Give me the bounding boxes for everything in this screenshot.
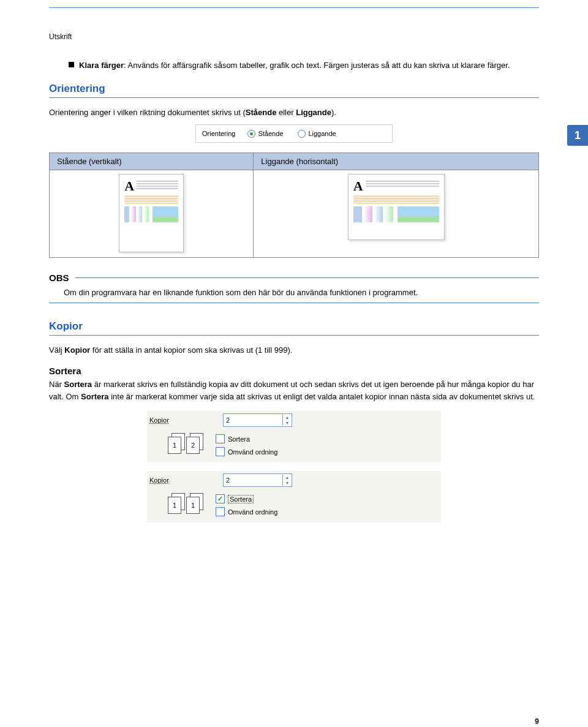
t: Liggande — [308, 130, 336, 137]
radio-option-staende[interactable]: Stående — [247, 130, 283, 138]
chevron-down-icon[interactable]: ▼ — [282, 480, 292, 486]
collate-preview-icon: 21 21 — [168, 494, 203, 516]
t: Stående — [246, 108, 277, 117]
spinner-value: 2 — [224, 416, 282, 424]
checkbox-sortera[interactable]: Sortera — [216, 494, 277, 503]
kopior-panel-collated: Kopior 2 ▲▼ 21 21 Sortera Omvänd ordning — [147, 471, 441, 522]
bullet-item: Klara färger: Används för affärsgrafik s… — [69, 59, 539, 72]
orientering-para: Orientering anger i vilken riktning doku… — [49, 107, 539, 119]
kopior-panel-uncollated: Kopior 2 ▲▼ 11 22 Sortera Omvänd ordning — [147, 411, 441, 462]
chevron-up-icon[interactable]: ▲ — [282, 475, 292, 480]
checkbox-icon — [216, 447, 225, 456]
note-title: OBS — [49, 273, 539, 283]
radio-icon — [247, 130, 255, 138]
radio-option-liggande[interactable]: Liggande — [298, 130, 336, 138]
landscape-cell: A — [254, 170, 539, 258]
bullet-square-icon — [69, 62, 74, 67]
note-rule — [49, 303, 539, 303]
note-body: Om din programvara har en liknande funkt… — [64, 287, 539, 299]
heading-rule — [49, 335, 539, 336]
checkbox-sortera[interactable]: Sortera — [216, 434, 277, 443]
t: Orientering anger i vilken riktning doku… — [49, 108, 246, 117]
spinner-value: 2 — [224, 477, 282, 484]
t: Omvänd ordning — [228, 508, 277, 516]
kopior-label: Kopior — [149, 477, 223, 484]
heading-rule — [49, 97, 539, 98]
orientering-ui-snippet: Orientering Stående Liggande — [195, 124, 393, 143]
portrait-cell: A — [50, 170, 254, 258]
chapter-badge: 1 — [567, 125, 588, 146]
heading-sortera: Sortera — [49, 366, 539, 376]
t: Sortera — [64, 380, 92, 389]
bullet-bold: Klara färger — [79, 61, 124, 70]
kopior-label: Kopior — [149, 416, 223, 424]
landscape-thumb-icon: A — [348, 174, 445, 240]
checkbox-icon — [216, 434, 225, 443]
chevron-down-icon[interactable]: ▼ — [282, 420, 292, 426]
kopior-spinner[interactable]: 2 ▲▼ — [223, 413, 292, 427]
t: Kopior — [64, 345, 90, 355]
page-number: 9 — [535, 717, 539, 726]
t: eller — [276, 108, 296, 117]
kopior-para: Välj Kopior för att ställa in antal kopi… — [49, 344, 539, 356]
checkbox-icon — [216, 507, 225, 516]
t: Liggande — [296, 108, 331, 117]
checkbox-omvand[interactable]: Omvänd ordning — [216, 507, 277, 516]
collate-preview-icon: 11 22 — [168, 434, 203, 456]
kopior-spinner[interactable]: 2 ▲▼ — [223, 473, 292, 487]
t: Sortera — [81, 392, 109, 401]
t: Omvänd ordning — [228, 448, 277, 456]
t: ). — [331, 108, 336, 117]
sortera-para: När Sortera är markerat skrivs en fullst… — [49, 379, 539, 402]
radio-icon — [298, 130, 306, 138]
t: inte är markerat kommer varje sida att s… — [109, 392, 535, 401]
heading-kopior: Kopior — [49, 320, 539, 333]
col-header-1: Stående (vertikalt) — [50, 153, 254, 170]
checkbox-icon — [216, 494, 225, 503]
orientation-table: Stående (vertikalt)Liggande (horisontalt… — [49, 153, 539, 258]
col-header-2: Liggande (horisontalt) — [254, 153, 539, 170]
bullet-text: Klara färger: Används för affärsgrafik s… — [79, 59, 539, 72]
checkbox-omvand[interactable]: Omvänd ordning — [216, 447, 277, 456]
t: När — [49, 380, 64, 389]
top-rule — [49, 7, 539, 8]
t: Sortera — [228, 435, 250, 443]
page-header: Utskrift — [49, 32, 539, 41]
bullet-rest: : Används för affärsgrafik såsom tabelle… — [124, 61, 510, 70]
t: för att ställa in antal kopior som ska s… — [90, 345, 292, 355]
portrait-thumb-icon: A — [119, 174, 184, 252]
t: Välj — [49, 345, 64, 355]
t: Stående — [258, 130, 283, 137]
chevron-up-icon[interactable]: ▲ — [282, 415, 292, 420]
heading-orientering: Orientering — [49, 83, 539, 95]
ui-label: Orientering — [202, 130, 235, 137]
t: Sortera — [228, 495, 254, 503]
note-box: OBS Om din programvara har en liknande f… — [49, 273, 539, 303]
